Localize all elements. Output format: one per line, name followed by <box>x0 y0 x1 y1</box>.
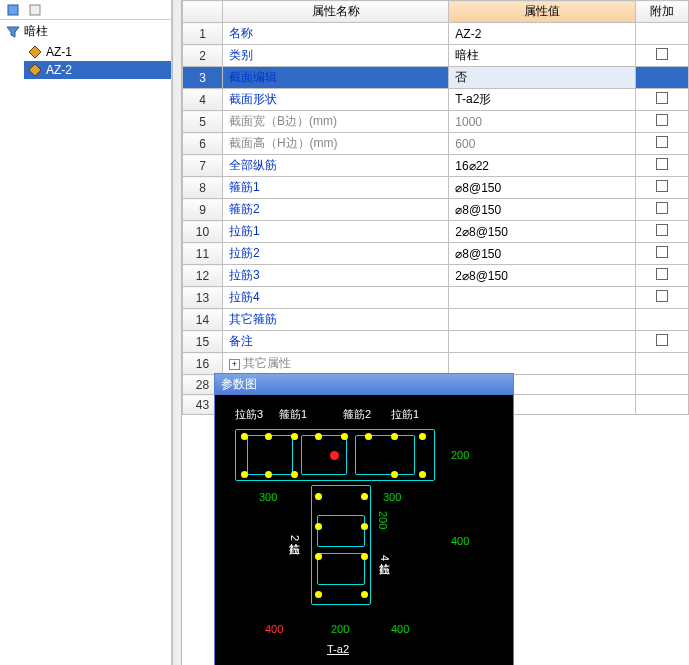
diagram-title: 参数图 <box>215 374 513 395</box>
property-row[interactable]: 2类别暗柱 <box>183 45 689 67</box>
dim-200-v: 200 <box>377 511 389 529</box>
property-name: 拉筋3 <box>222 265 448 287</box>
svg-marker-3 <box>29 64 41 76</box>
property-value[interactable]: 2⌀8@150 <box>449 265 635 287</box>
property-add[interactable] <box>635 287 688 309</box>
property-value[interactable]: 2⌀8@150 <box>449 221 635 243</box>
checkbox[interactable] <box>656 92 668 104</box>
property-add[interactable] <box>635 177 688 199</box>
svg-rect-0 <box>8 5 18 15</box>
toolbar-icon-b[interactable] <box>28 3 42 17</box>
label-gujin1: 箍筋1 <box>279 407 307 422</box>
property-name: 拉筋1 <box>222 221 448 243</box>
property-name: 截面宽（B边）(mm) <box>222 111 448 133</box>
property-row[interactable]: 5截面宽（B边）(mm)1000 <box>183 111 689 133</box>
tree-item-label: AZ-2 <box>46 63 72 77</box>
row-number: 6 <box>183 133 223 155</box>
property-row[interactable]: 8箍筋1⌀8@150 <box>183 177 689 199</box>
checkbox[interactable] <box>656 246 668 258</box>
tree-list: AZ-1 AZ-2 <box>0 43 171 79</box>
property-value[interactable] <box>449 287 635 309</box>
property-add[interactable] <box>635 45 688 67</box>
property-row[interactable]: 13拉筋4 <box>183 287 689 309</box>
property-value[interactable] <box>449 353 635 375</box>
property-add[interactable] <box>635 309 688 331</box>
property-row[interactable]: 10拉筋12⌀8@150 <box>183 221 689 243</box>
row-number: 3 <box>183 67 223 89</box>
property-add[interactable] <box>635 89 688 111</box>
stirrup-web-a <box>317 515 365 547</box>
dim-300-r: 300 <box>383 491 401 503</box>
property-value[interactable]: ⌀8@150 <box>449 243 635 265</box>
toolbar-icon-a[interactable] <box>6 3 20 17</box>
row-number: 15 <box>183 331 223 353</box>
tree-item-az1[interactable]: AZ-1 <box>24 43 171 61</box>
splitter[interactable] <box>172 0 182 665</box>
property-row[interactable]: 6截面高（H边）(mm)600 <box>183 133 689 155</box>
checkbox[interactable] <box>656 290 668 302</box>
property-add[interactable] <box>635 375 688 395</box>
property-value[interactable]: 暗柱 <box>449 45 635 67</box>
checkbox[interactable] <box>656 136 668 148</box>
property-value[interactable] <box>449 309 635 331</box>
property-add[interactable] <box>635 353 688 375</box>
property-value[interactable]: 16⌀22 <box>449 155 635 177</box>
checkbox[interactable] <box>656 268 668 280</box>
checkbox[interactable] <box>656 202 668 214</box>
property-add[interactable] <box>635 395 688 415</box>
property-row[interactable]: 1名称AZ-2 <box>183 23 689 45</box>
dim-200-b: 200 <box>331 623 349 635</box>
property-value[interactable] <box>449 331 635 353</box>
property-add[interactable] <box>635 331 688 353</box>
property-row[interactable]: 14其它箍筋 <box>183 309 689 331</box>
header-value[interactable]: 属性值 <box>449 1 635 23</box>
property-add[interactable] <box>635 155 688 177</box>
property-add[interactable] <box>635 265 688 287</box>
property-row[interactable]: 12拉筋32⌀8@150 <box>183 265 689 287</box>
checkbox[interactable] <box>656 48 668 60</box>
property-value[interactable]: AZ-2 <box>449 23 635 45</box>
property-add[interactable] <box>635 221 688 243</box>
property-value[interactable]: 1000 <box>449 111 635 133</box>
checkbox[interactable] <box>656 180 668 192</box>
checkbox[interactable] <box>656 224 668 236</box>
property-row[interactable]: 16+ 其它属性 <box>183 353 689 375</box>
header-add[interactable]: 附加 <box>635 1 688 23</box>
tree-item-az2[interactable]: AZ-2 <box>24 61 171 79</box>
property-name: 截面编辑 <box>222 67 448 89</box>
dim-400-br: 400 <box>391 623 409 635</box>
property-row[interactable]: 9箍筋2⌀8@150 <box>183 199 689 221</box>
property-add[interactable] <box>635 243 688 265</box>
property-row[interactable]: 4截面形状T-a2形 <box>183 89 689 111</box>
property-value[interactable]: 600 <box>449 133 635 155</box>
row-number: 12 <box>183 265 223 287</box>
property-add[interactable] <box>635 23 688 45</box>
property-value[interactable]: 否 <box>449 67 635 89</box>
property-value[interactable]: ⌀8@150 <box>449 177 635 199</box>
property-row[interactable]: 3截面编辑否 <box>183 67 689 89</box>
tree-root[interactable]: 暗柱 <box>0 20 171 43</box>
property-add[interactable] <box>635 67 688 89</box>
property-name: + 其它属性 <box>222 353 448 375</box>
header-name[interactable]: 属性名称 <box>222 1 448 23</box>
property-add[interactable] <box>635 111 688 133</box>
stirrup-top-a <box>247 435 293 475</box>
property-row[interactable]: 11拉筋2⌀8@150 <box>183 243 689 265</box>
stirrup-web-b <box>317 553 365 585</box>
expand-icon[interactable]: + <box>229 359 240 370</box>
row-number: 5 <box>183 111 223 133</box>
checkbox[interactable] <box>656 334 668 346</box>
pillar-icon <box>28 63 42 77</box>
property-add[interactable] <box>635 199 688 221</box>
property-row[interactable]: 15备注 <box>183 331 689 353</box>
property-row[interactable]: 7全部纵筋16⌀22 <box>183 155 689 177</box>
row-number: 9 <box>183 199 223 221</box>
diagram-canvas: 拉筋3 箍筋1 箍筋2 拉筋1 <box>215 395 513 665</box>
property-add[interactable] <box>635 133 688 155</box>
tree-item-label: AZ-1 <box>46 45 72 59</box>
property-value[interactable]: T-a2形 <box>449 89 635 111</box>
checkbox[interactable] <box>656 158 668 170</box>
dim-400-right: 400 <box>451 535 469 547</box>
checkbox[interactable] <box>656 114 668 126</box>
property-value[interactable]: ⌀8@150 <box>449 199 635 221</box>
